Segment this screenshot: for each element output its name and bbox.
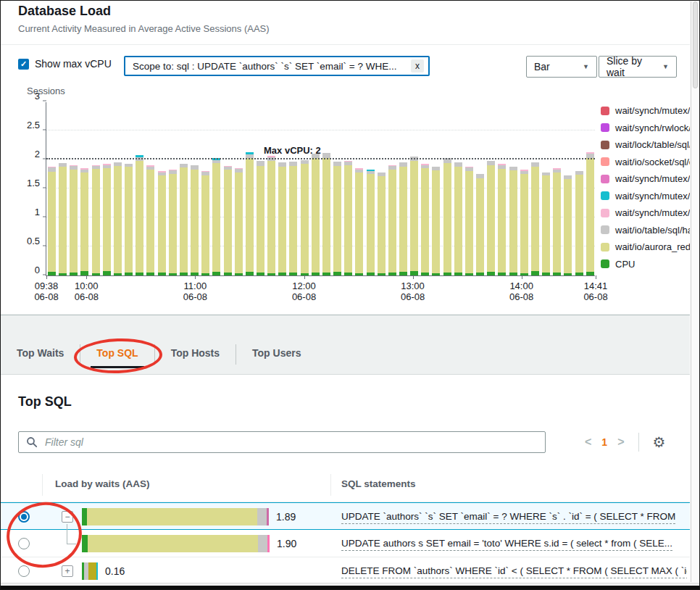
- stacked-bar[interactable]: [333, 162, 341, 275]
- stacked-bar[interactable]: [542, 173, 550, 275]
- stacked-bar[interactable]: [278, 162, 286, 275]
- legend-item[interactable]: wait/io/table/sql/hanc: [601, 222, 690, 239]
- legend-item[interactable]: wait/synch/mutex/inn: [601, 188, 690, 205]
- legend-label: wait/io/socket/sql/clie: [615, 157, 690, 167]
- bar-segment-c: [487, 272, 495, 275]
- sql-row-radio[interactable]: [18, 511, 30, 523]
- stacked-bar[interactable]: [180, 164, 188, 275]
- bar-segment-c: [301, 273, 309, 275]
- close-icon[interactable]: x: [411, 59, 424, 72]
- stacked-bar[interactable]: [136, 155, 143, 275]
- stacked-bar[interactable]: [312, 154, 320, 275]
- stacked-bar[interactable]: [498, 164, 506, 275]
- stacked-bar[interactable]: [575, 171, 583, 275]
- bar-segment-c: [355, 273, 363, 275]
- show-max-vcpu-control[interactable]: ✓ Show max vCPU: [18, 58, 112, 70]
- stacked-bar[interactable]: [114, 162, 122, 275]
- stacked-bar[interactable]: [586, 152, 594, 275]
- slice-by-dropdown[interactable]: Slice by wait ▼: [599, 56, 677, 78]
- legend-item[interactable]: wait/synch/mutex/sql/: [601, 102, 690, 120]
- stacked-bar[interactable]: [301, 160, 309, 275]
- tab-top-hosts[interactable]: Top Hosts: [155, 338, 236, 370]
- stacked-bar[interactable]: [520, 170, 528, 275]
- table-row[interactable]: +0.16DELETE FROM `authors` WHERE `id` < …: [1, 557, 690, 585]
- vertical-scrollbar[interactable]: [691, 1, 699, 582]
- tab-top-waits[interactable]: Top Waits: [1, 338, 80, 370]
- legend-item[interactable]: wait/synch/mutex/inn: [601, 170, 690, 188]
- stacked-bar[interactable]: [476, 174, 484, 275]
- stacked-bar[interactable]: [212, 158, 220, 275]
- sql-statement-link[interactable]: DELETE FROM `authors` WHERE `id` < ( SEL…: [341, 565, 687, 578]
- sql-filter-box[interactable]: [18, 431, 546, 453]
- load-by-waits-cell: 1.90: [82, 535, 296, 552]
- collapse-row-icon[interactable]: −: [62, 511, 73, 523]
- sql-filter-input[interactable]: [43, 436, 538, 449]
- sql-statement-link[interactable]: UPDATE authors s SET email = 'toto' WHER…: [341, 538, 672, 551]
- gear-icon[interactable]: ⚙: [652, 433, 665, 451]
- stacked-bar[interactable]: [146, 165, 154, 275]
- stacked-bar[interactable]: [80, 168, 88, 275]
- show-max-vcpu-checkbox[interactable]: ✓: [18, 59, 29, 70]
- stacked-bar[interactable]: [48, 167, 56, 275]
- chart-plot-area[interactable]: Max vCPU: 200.511.522.5309:3806-0810:000…: [46, 102, 595, 276]
- stacked-bar[interactable]: [59, 163, 67, 275]
- chevron-down-icon: ▼: [662, 63, 669, 70]
- sql-row-radio[interactable]: [18, 538, 30, 549]
- legend-item[interactable]: wait/synch/rwlock/inn: [601, 120, 690, 137]
- stacked-bar[interactable]: [103, 164, 111, 275]
- stacked-bar[interactable]: [169, 170, 177, 275]
- stacked-bar[interactable]: [235, 168, 243, 275]
- stacked-bar[interactable]: [531, 162, 539, 275]
- legend-item[interactable]: wait/io/socket/sql/clie: [601, 154, 690, 171]
- max-vcpu-line: [46, 158, 595, 159]
- stacked-bar[interactable]: [421, 164, 429, 275]
- stacked-bar[interactable]: [322, 153, 330, 275]
- legend-item[interactable]: wait/lock/table/sql/ha: [601, 136, 690, 154]
- stacked-bar[interactable]: [553, 168, 561, 275]
- stacked-bar[interactable]: [378, 173, 386, 275]
- stacked-bar[interactable]: [564, 175, 572, 275]
- next-page-icon[interactable]: >: [617, 436, 624, 449]
- previous-page-icon[interactable]: <: [585, 436, 591, 449]
- expand-row-icon[interactable]: +: [62, 565, 73, 577]
- sql-row-radio[interactable]: [18, 565, 30, 577]
- stacked-bar[interactable]: [289, 162, 297, 275]
- stacked-bar[interactable]: [399, 162, 407, 275]
- sql-statement-link[interactable]: UPDATE `authors` `s` SET `email` = ? WHE…: [341, 511, 675, 524]
- tab-top-users[interactable]: Top Users: [236, 338, 317, 370]
- stacked-bar[interactable]: [487, 161, 495, 275]
- tab-top-sql[interactable]: Top SQL: [80, 338, 154, 370]
- stacked-bar[interactable]: [410, 157, 418, 275]
- stacked-bar[interactable]: [443, 158, 451, 275]
- stacked-bar[interactable]: [454, 162, 462, 275]
- stacked-bar[interactable]: [191, 165, 199, 275]
- stacked-bar[interactable]: [355, 168, 363, 275]
- page-number[interactable]: 1: [601, 436, 607, 448]
- stacked-bar[interactable]: [70, 165, 78, 275]
- legend-item[interactable]: CPU: [601, 256, 690, 273]
- scrollbar-thumb[interactable]: [693, 1, 698, 88]
- stacked-bar[interactable]: [432, 167, 440, 275]
- stacked-bar[interactable]: [367, 170, 375, 275]
- stacked-bar[interactable]: [125, 164, 133, 275]
- bar-segment-c: [498, 273, 506, 275]
- stacked-bar[interactable]: [224, 166, 232, 275]
- stacked-bar[interactable]: [246, 152, 254, 275]
- scope-filter-chip[interactable]: Scope to: sql : UPDATE `authors` `s` SET…: [124, 56, 430, 76]
- legend-item[interactable]: wait/synch/mutex/inn: [601, 204, 690, 222]
- stacked-bar[interactable]: [267, 156, 275, 275]
- stacked-bar[interactable]: [388, 165, 396, 275]
- stacked-bar[interactable]: [158, 171, 166, 275]
- stacked-bar[interactable]: [257, 161, 264, 275]
- stacked-bar[interactable]: [92, 165, 100, 275]
- stacked-bar[interactable]: [344, 161, 352, 275]
- bar-segment-m: [301, 164, 309, 273]
- stacked-bar[interactable]: [465, 167, 473, 275]
- table-row[interactable]: −1.89UPDATE `authors` `s` SET `email` = …: [1, 502, 690, 530]
- stacked-bar[interactable]: [509, 167, 517, 275]
- chart-type-dropdown[interactable]: Bar ▼: [526, 56, 597, 78]
- stacked-bar[interactable]: [201, 171, 209, 275]
- table-row[interactable]: 1.90UPDATE authors s SET email = 'toto' …: [1, 530, 690, 557]
- bar-segment-c: [136, 273, 143, 275]
- legend-item[interactable]: wait/io/aurora_redo_lc: [601, 238, 690, 256]
